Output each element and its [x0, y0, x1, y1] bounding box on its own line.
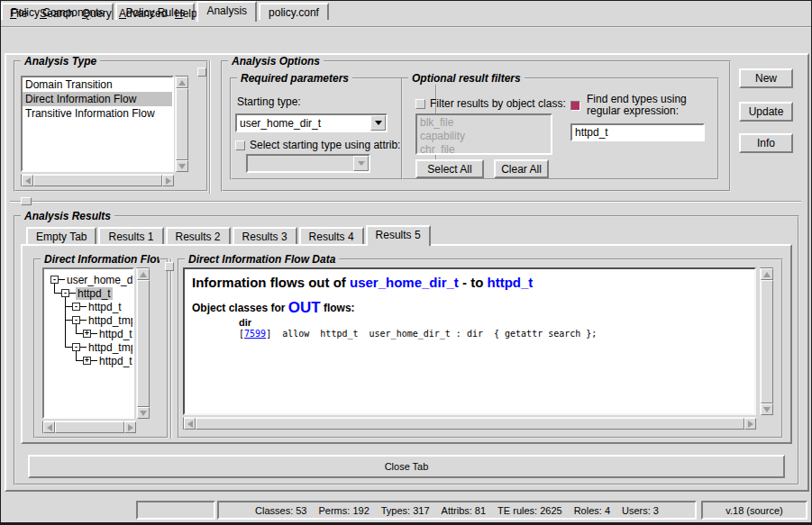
horizontal-sash[interactable]: [10, 201, 801, 203]
status-panel-empty: [136, 501, 215, 520]
attrib-combobox-disabled[interactable]: [246, 154, 370, 173]
dropdown-arrow-icon[interactable]: [370, 115, 386, 131]
tab-results-2[interactable]: Results 2: [166, 227, 231, 244]
attrib-checkbox[interactable]: [235, 140, 245, 150]
analysis-type-listbox: Domain Transition Direct Information Flo…: [21, 76, 174, 172]
tree-node: - httpd_t: [61, 286, 113, 300]
select-all-button[interactable]: Select All: [415, 159, 484, 178]
filter-by-object-class-checkbox[interactable]: [415, 99, 425, 109]
object-class-item: blk_file: [417, 115, 551, 129]
analysis-options-group-label: Analysis Options: [228, 55, 324, 68]
scroll-up-icon[interactable]: [176, 77, 188, 88]
sash-grip[interactable]: [165, 262, 174, 271]
tree-node-label[interactable]: httpd_t: [97, 328, 134, 340]
tree-node: + httpd_t: [83, 327, 134, 340]
regex-checkbox-row: Find end types using regular expression:: [570, 94, 708, 117]
scroll-right-icon[interactable]: [124, 421, 136, 433]
rule-number-link[interactable]: 7599: [244, 329, 266, 339]
scroll-down-icon[interactable]: [137, 407, 150, 419]
find-end-types-checkbox[interactable]: [570, 101, 580, 111]
tree-node-label[interactable]: httpd_t: [87, 301, 123, 313]
tree-node-label[interactable]: httpd_tmpfs_: [87, 341, 134, 354]
analysis-type-item[interactable]: Transitive Information Flow: [23, 106, 172, 121]
close-tab-button[interactable]: Close Tab: [28, 455, 785, 478]
tree-collapse-icon[interactable]: -: [72, 343, 80, 351]
update-button[interactable]: Update: [739, 102, 793, 122]
scroll-right-icon[interactable]: [162, 175, 174, 186]
flow-tree-hscrollbar[interactable]: [42, 421, 136, 433]
tree-node-label[interactable]: user_home_dir_t: [65, 274, 134, 286]
flow-data-group: Direct Information Flow Data Information…: [178, 258, 783, 439]
tree-node-label[interactable]: httpd_tmp_t: [87, 314, 134, 327]
tree-collapse-icon[interactable]: -: [50, 276, 59, 284]
stat-roles: Roles: 4: [574, 505, 610, 516]
scrollbar-thumb[interactable]: [33, 175, 162, 186]
scroll-right-icon[interactable]: [744, 418, 756, 430]
scroll-up-icon[interactable]: [137, 268, 150, 280]
tree-collapse-icon[interactable]: -: [61, 289, 69, 297]
analysis-type-hscrollbar[interactable]: [21, 174, 174, 186]
menu-advanced[interactable]: Advanced: [119, 7, 167, 20]
starting-type-value[interactable]: user_home_dir_t: [237, 115, 370, 131]
tab-results-3[interactable]: Results 3: [233, 227, 297, 244]
menu-search[interactable]: Search: [40, 7, 74, 20]
flow-data-hscrollbar[interactable]: [183, 417, 756, 430]
flow-data-textarea[interactable]: Information flows out of user_home_dir_t…: [183, 267, 756, 415]
tree-node: + httpd_t: [83, 354, 134, 367]
flow-tree-vscrollbar[interactable]: [136, 267, 150, 419]
analysis-type-vscrollbar[interactable]: [175, 76, 188, 172]
analysis-type-item[interactable]: Domain Transition: [23, 77, 172, 92]
tree-node-label[interactable]: httpd_t: [97, 355, 134, 367]
tree-node-label-selected[interactable]: httpd_t: [76, 287, 113, 300]
flow-tree: - user_home_dir_t - httpd_t - httpd_t: [42, 267, 134, 419]
scroll-down-icon[interactable]: [761, 403, 773, 415]
scrollbar-thumb[interactable]: [761, 280, 773, 403]
sash-grip[interactable]: [197, 68, 206, 77]
menu-help[interactable]: Help: [175, 7, 197, 20]
dropdown-arrow-icon: [353, 156, 369, 171]
scroll-up-icon[interactable]: [761, 268, 773, 280]
clear-all-button[interactable]: Clear All: [494, 159, 549, 178]
stat-attribs: Attribs: 81: [442, 505, 487, 516]
scrollbar-thumb[interactable]: [196, 418, 744, 430]
regex-input[interactable]: httpd_t: [570, 123, 705, 141]
tree-collapse-icon[interactable]: -: [72, 316, 80, 324]
tab-results-5[interactable]: Results 5: [366, 225, 431, 246]
scroll-left-icon[interactable]: [22, 175, 33, 186]
menu-query[interactable]: Query: [82, 7, 112, 20]
tab-results-1[interactable]: Results 1: [98, 227, 163, 244]
sash-grip[interactable]: [21, 197, 32, 205]
filter-by-object-class-label: Filter results by object class:: [430, 97, 566, 110]
object-class-listbox-disabled: blk_file capability chr_file: [415, 113, 552, 155]
new-button[interactable]: New: [739, 68, 793, 88]
menu-file[interactable]: File: [10, 7, 27, 20]
menu-bar: File Search Query Advanced Help: [1, 1, 811, 28]
scrollbar-thumb[interactable]: [55, 421, 124, 433]
tree-expand-icon[interactable]: +: [83, 357, 91, 365]
tree-node: - user_home_dir_t: [50, 273, 134, 286]
status-panel-version: v.18 (source): [701, 501, 807, 520]
tree-expand-icon[interactable]: +: [83, 330, 91, 338]
flow-tree-group: Direct Information Flow 1: [33, 258, 169, 439]
tab-empty-tab[interactable]: Empty Tab: [26, 227, 96, 244]
scrollbar-thumb[interactable]: [137, 280, 150, 407]
stat-users: Users: 3: [622, 505, 659, 516]
scroll-left-icon[interactable]: [43, 421, 55, 433]
scroll-left-icon[interactable]: [184, 418, 196, 430]
tree-collapse-icon[interactable]: -: [72, 303, 80, 311]
starting-type-combobox[interactable]: user_home_dir_t: [235, 113, 388, 132]
scrollbar-thumb[interactable]: [176, 88, 188, 160]
analysis-tab-page: Analysis Type Domain Transition Direct I…: [5, 53, 809, 492]
analysis-type-item-selected[interactable]: Direct Information Flow: [23, 92, 172, 106]
info-button[interactable]: Info: [739, 133, 793, 153]
flow-heading: Information flows out of user_home_dir_t…: [192, 275, 747, 290]
analysis-options-group: Analysis Options Required parameters Sta…: [221, 60, 731, 192]
scroll-down-icon[interactable]: [176, 160, 188, 172]
object-class-name: dir: [239, 317, 747, 328]
stat-te-rules: TE rules: 2625: [497, 505, 562, 516]
tab-results-4[interactable]: Results 4: [299, 227, 364, 244]
vertical-sash[interactable]: [209, 60, 211, 194]
tab-analysis[interactable]: Analysis: [196, 1, 257, 22]
flow-data-vscrollbar[interactable]: [760, 267, 773, 415]
vertical-sash[interactable]: [170, 258, 172, 439]
